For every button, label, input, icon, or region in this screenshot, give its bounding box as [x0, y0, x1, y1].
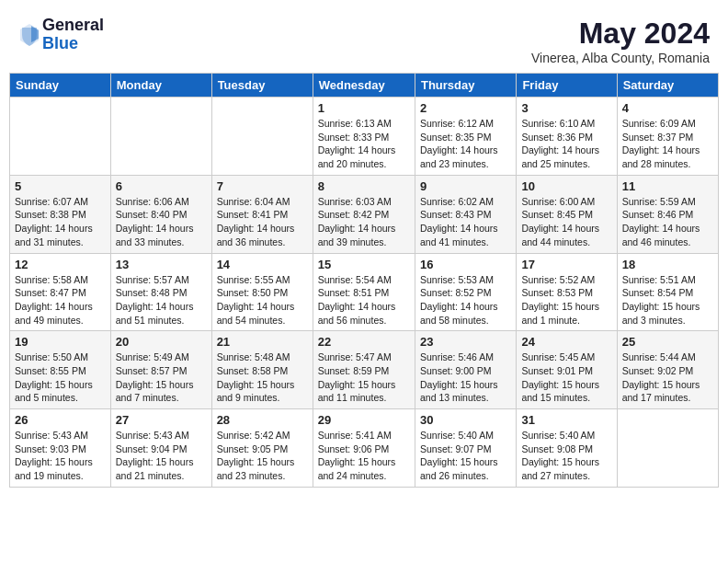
day-number: 2 [420, 101, 511, 115]
calendar-cell: 13Sunrise: 5:57 AM Sunset: 8:48 PM Dayli… [110, 253, 211, 331]
calendar-cell: 26Sunrise: 5:43 AM Sunset: 9:03 PM Dayli… [10, 409, 111, 488]
day-number: 15 [318, 258, 410, 271]
calendar-cell: 16Sunrise: 5:53 AM Sunset: 8:52 PM Dayli… [415, 253, 516, 331]
day-number: 24 [521, 335, 611, 349]
day-number: 10 [521, 179, 611, 193]
calendar-week-row-3: 12Sunrise: 5:58 AM Sunset: 8:47 PM Dayli… [10, 253, 719, 331]
cell-info: Sunrise: 6:13 AM Sunset: 8:33 PM Dayligh… [318, 117, 410, 171]
weekday-header-wednesday: Wednesday [313, 74, 415, 98]
day-number: 6 [116, 179, 207, 193]
weekday-header-friday: Friday [517, 74, 617, 98]
day-number: 11 [622, 179, 713, 193]
day-number: 19 [15, 335, 106, 349]
calendar-cell: 6Sunrise: 6:06 AM Sunset: 8:40 PM Daylig… [110, 175, 211, 253]
day-number: 20 [116, 335, 207, 349]
calendar-cell: 22Sunrise: 5:47 AM Sunset: 8:59 PM Dayli… [313, 331, 415, 409]
day-number: 26 [15, 413, 106, 427]
calendar-cell [10, 98, 111, 176]
cell-info: Sunrise: 6:04 AM Sunset: 8:41 PM Dayligh… [217, 195, 308, 249]
cell-info: Sunrise: 5:45 AM Sunset: 9:01 PM Dayligh… [521, 350, 611, 405]
cell-info: Sunrise: 5:55 AM Sunset: 8:50 PM Dayligh… [217, 273, 308, 327]
calendar-cell: 5Sunrise: 6:07 AM Sunset: 8:38 PM Daylig… [10, 175, 111, 253]
cell-info: Sunrise: 5:53 AM Sunset: 8:52 PM Dayligh… [420, 273, 511, 327]
day-number: 4 [622, 101, 713, 115]
weekday-header-monday: Monday [110, 74, 211, 98]
day-number: 27 [116, 413, 207, 427]
logo: General Blue [18, 17, 104, 53]
day-number: 25 [622, 335, 713, 349]
calendar-week-row-4: 19Sunrise: 5:50 AM Sunset: 8:55 PM Dayli… [10, 331, 719, 409]
cell-info: Sunrise: 5:46 AM Sunset: 9:00 PM Dayligh… [420, 350, 511, 405]
day-number: 16 [420, 258, 511, 271]
calendar-cell: 3Sunrise: 6:10 AM Sunset: 8:36 PM Daylig… [517, 98, 617, 176]
day-number: 8 [318, 179, 410, 193]
cell-info: Sunrise: 6:12 AM Sunset: 8:35 PM Dayligh… [420, 117, 511, 171]
calendar-cell: 24Sunrise: 5:45 AM Sunset: 9:01 PM Dayli… [517, 331, 617, 409]
day-number: 29 [318, 413, 410, 427]
cell-info: Sunrise: 5:47 AM Sunset: 8:59 PM Dayligh… [318, 350, 410, 405]
cell-info: Sunrise: 6:03 AM Sunset: 8:42 PM Dayligh… [318, 195, 410, 249]
calendar-cell: 4Sunrise: 6:09 AM Sunset: 8:37 PM Daylig… [617, 98, 718, 176]
logo-blue-text: Blue [42, 35, 104, 53]
weekday-header-row: SundayMondayTuesdayWednesdayThursdayFrid… [10, 74, 719, 98]
calendar-cell: 20Sunrise: 5:49 AM Sunset: 8:57 PM Dayli… [110, 331, 211, 409]
calendar-cell: 9Sunrise: 6:02 AM Sunset: 8:43 PM Daylig… [415, 175, 516, 253]
day-number: 23 [420, 335, 511, 349]
month-title: May 2024 [531, 17, 710, 51]
day-number: 31 [521, 413, 611, 427]
calendar-cell: 12Sunrise: 5:58 AM Sunset: 8:47 PM Dayli… [10, 253, 111, 331]
calendar-week-row-1: 1Sunrise: 6:13 AM Sunset: 8:33 PM Daylig… [10, 98, 719, 176]
cell-info: Sunrise: 5:41 AM Sunset: 9:06 PM Dayligh… [318, 429, 410, 483]
day-number: 21 [217, 335, 308, 349]
calendar-cell: 14Sunrise: 5:55 AM Sunset: 8:50 PM Dayli… [211, 253, 313, 331]
cell-info: Sunrise: 6:06 AM Sunset: 8:40 PM Dayligh… [116, 195, 207, 249]
weekday-header-saturday: Saturday [617, 74, 718, 98]
calendar-week-row-5: 26Sunrise: 5:43 AM Sunset: 9:03 PM Dayli… [10, 409, 719, 488]
cell-info: Sunrise: 6:09 AM Sunset: 8:37 PM Dayligh… [622, 117, 713, 171]
calendar-cell: 28Sunrise: 5:42 AM Sunset: 9:05 PM Dayli… [211, 409, 313, 488]
day-number: 22 [318, 335, 410, 349]
cell-info: Sunrise: 5:58 AM Sunset: 8:47 PM Dayligh… [15, 273, 106, 327]
cell-info: Sunrise: 5:57 AM Sunset: 8:48 PM Dayligh… [116, 273, 207, 327]
cell-info: Sunrise: 5:43 AM Sunset: 9:04 PM Dayligh… [116, 429, 207, 483]
day-number: 5 [15, 179, 106, 193]
cell-info: Sunrise: 5:50 AM Sunset: 8:55 PM Dayligh… [15, 350, 106, 405]
day-number: 28 [217, 413, 308, 427]
calendar-cell: 19Sunrise: 5:50 AM Sunset: 8:55 PM Dayli… [10, 331, 111, 409]
cell-info: Sunrise: 6:10 AM Sunset: 8:36 PM Dayligh… [521, 117, 611, 171]
cell-info: Sunrise: 6:00 AM Sunset: 8:45 PM Dayligh… [521, 195, 611, 249]
calendar-cell: 27Sunrise: 5:43 AM Sunset: 9:04 PM Dayli… [110, 409, 211, 488]
calendar-cell: 15Sunrise: 5:54 AM Sunset: 8:51 PM Dayli… [313, 253, 415, 331]
calendar-cell: 2Sunrise: 6:12 AM Sunset: 8:35 PM Daylig… [415, 98, 516, 176]
calendar-cell: 30Sunrise: 5:40 AM Sunset: 9:07 PM Dayli… [415, 409, 516, 488]
calendar-cell: 23Sunrise: 5:46 AM Sunset: 9:00 PM Dayli… [415, 331, 516, 409]
weekday-header-sunday: Sunday [10, 74, 111, 98]
day-number: 7 [217, 179, 308, 193]
calendar-table: SundayMondayTuesdayWednesdayThursdayFrid… [9, 73, 719, 488]
calendar-cell [211, 98, 313, 176]
cell-info: Sunrise: 5:52 AM Sunset: 8:53 PM Dayligh… [521, 273, 611, 327]
cell-info: Sunrise: 5:51 AM Sunset: 8:54 PM Dayligh… [622, 273, 713, 327]
calendar-cell [617, 409, 718, 488]
calendar-cell: 11Sunrise: 5:59 AM Sunset: 8:46 PM Dayli… [617, 175, 718, 253]
cell-info: Sunrise: 5:43 AM Sunset: 9:03 PM Dayligh… [15, 429, 106, 483]
logo-icon [18, 22, 40, 48]
calendar-cell: 7Sunrise: 6:04 AM Sunset: 8:41 PM Daylig… [211, 175, 313, 253]
calendar-cell: 18Sunrise: 5:51 AM Sunset: 8:54 PM Dayli… [617, 253, 718, 331]
cell-info: Sunrise: 6:02 AM Sunset: 8:43 PM Dayligh… [420, 195, 511, 249]
calendar-cell [110, 98, 211, 176]
cell-info: Sunrise: 5:49 AM Sunset: 8:57 PM Dayligh… [116, 350, 207, 405]
cell-info: Sunrise: 5:42 AM Sunset: 9:05 PM Dayligh… [217, 429, 308, 483]
calendar-cell: 31Sunrise: 5:40 AM Sunset: 9:08 PM Dayli… [517, 409, 617, 488]
calendar-cell: 8Sunrise: 6:03 AM Sunset: 8:42 PM Daylig… [313, 175, 415, 253]
calendar-cell: 1Sunrise: 6:13 AM Sunset: 8:33 PM Daylig… [313, 98, 415, 176]
cell-info: Sunrise: 5:40 AM Sunset: 9:08 PM Dayligh… [521, 429, 611, 483]
day-number: 18 [622, 258, 713, 271]
day-number: 30 [420, 413, 511, 427]
day-number: 9 [420, 179, 511, 193]
day-number: 14 [217, 258, 308, 271]
page-header: General Blue May 2024 Vinerea, Alba Coun… [9, 9, 719, 69]
calendar-cell: 25Sunrise: 5:44 AM Sunset: 9:02 PM Dayli… [617, 331, 718, 409]
cell-info: Sunrise: 6:07 AM Sunset: 8:38 PM Dayligh… [15, 195, 106, 249]
day-number: 1 [318, 101, 410, 115]
